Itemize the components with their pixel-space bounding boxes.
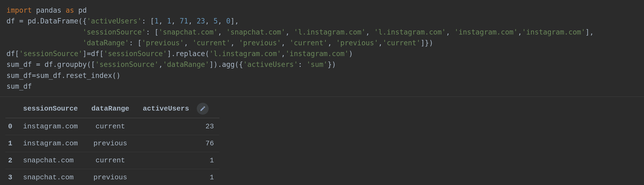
table-row: 0 instagram.com current 23	[5, 118, 219, 135]
data-range-2: current	[89, 152, 140, 169]
session-source-1: instagram.com	[21, 135, 89, 152]
code-block: import pandas as pd df = pd.DataFrame({'…	[6, 5, 638, 92]
session-source-column-header: sessionSource	[21, 100, 89, 118]
table-body: 0 instagram.com current 23 1 instagram.c…	[5, 118, 219, 185]
table-wrapper: sessionSource dataRange activeUsers	[0, 97, 644, 185]
table-header-row: sessionSource dataRange activeUsers	[5, 100, 219, 118]
index-column-header	[5, 100, 21, 118]
data-range-column-header: dataRange	[89, 100, 140, 118]
table-row: 1 instagram.com previous 76	[5, 135, 219, 152]
data-range-1: previous	[89, 135, 140, 152]
session-source-0: instagram.com	[21, 118, 89, 135]
data-range-3: previous	[89, 169, 140, 185]
active-users-0: 23	[140, 118, 219, 135]
session-source-3: snapchat.com	[21, 169, 89, 185]
main-container: import pandas as pd df = pd.DataFrame({'…	[0, 0, 644, 185]
row-index-0: 0	[5, 118, 21, 135]
row-index-2: 2	[5, 152, 21, 169]
edit-icon-button[interactable]: +	[197, 103, 209, 115]
row-index-3: 3	[5, 169, 21, 185]
row-index-1: 1	[5, 135, 21, 152]
active-users-1: 76	[140, 135, 219, 152]
session-source-2: snapchat.com	[21, 152, 89, 169]
active-users-3: 1	[140, 169, 219, 185]
edit-icon: +	[200, 106, 206, 112]
data-range-0: current	[89, 118, 140, 135]
table-row: 2 snapchat.com current 1	[5, 152, 219, 169]
code-section: import pandas as pd df = pd.DataFrame({'…	[0, 0, 644, 97]
svg-text:+: +	[204, 107, 205, 108]
active-users-2: 1	[140, 152, 219, 169]
table-row: 3 snapchat.com previous 1	[5, 169, 219, 185]
data-table: sessionSource dataRange activeUsers	[5, 100, 219, 185]
active-users-column-header: activeUsers +	[140, 100, 219, 118]
table-section: sessionSource dataRange activeUsers	[0, 97, 644, 185]
